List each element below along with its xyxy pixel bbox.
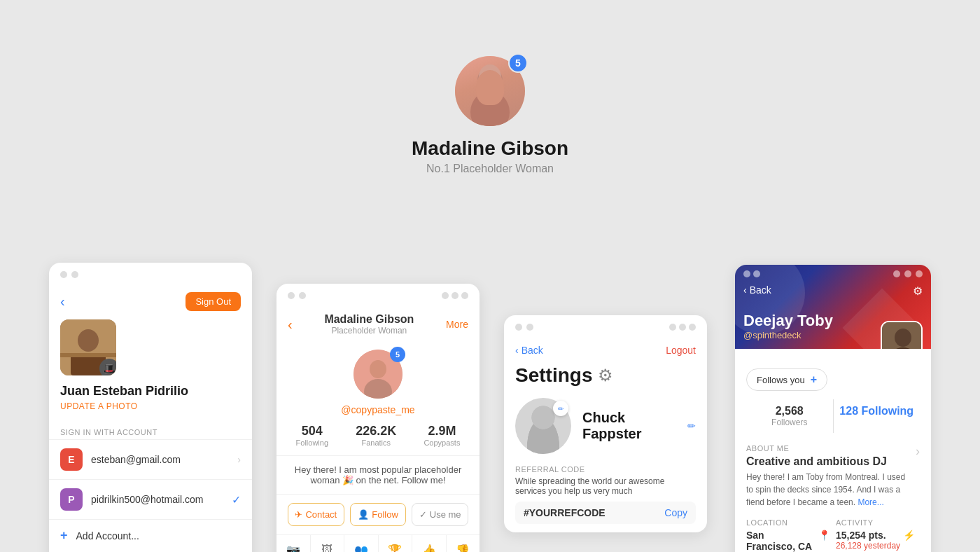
account-icon-p: P [60, 488, 83, 511]
dj-activity-label: ACTIVITY [836, 518, 920, 527]
location-pin-icon: 📍 [818, 530, 830, 541]
back-chevron-dj-icon: ‹ [743, 284, 747, 296]
dj-avatar-image [882, 322, 921, 349]
account-card: ‹ Sign Out 🎩 Juan Esteban Pidrilio UPDAT… [49, 263, 252, 552]
center-profile-subtitle: No.1 Placeholder Woman [426, 163, 554, 175]
dot-p2 [299, 292, 306, 299]
settings-card: ‹ Back Logout Settings ⚙ ✏ Chuck Fappste… [504, 315, 707, 532]
thumbsup-icon-btn[interactable]: 👍 [412, 535, 447, 552]
dj-location-name: San Francisco, CA [746, 530, 816, 552]
dj-stats: 2,568 Followers 128 Following [746, 399, 920, 433]
account-email-pidrilkin: pidrilkin500@hotmail.com [91, 494, 223, 505]
account-header: ‹ Sign Out [49, 287, 252, 319]
checkmark-icon: ✓ [232, 493, 241, 506]
edit-avatar-button[interactable]: ✏ [553, 401, 568, 416]
profile-back-button[interactable]: ‹ [288, 317, 293, 333]
profile-handle: @copypaste_me [276, 404, 479, 415]
dj-name: Deejay Toby [743, 312, 833, 330]
stat-fanatics: 226.2K Fanatics [356, 424, 396, 447]
svg-point-12 [895, 329, 911, 347]
edit-name-button[interactable]: ✏ [687, 420, 696, 432]
dj-gear-icon[interactable]: ⚙ [913, 285, 923, 297]
account-row-pidrilkin[interactable]: P pidrilkin500@hotmail.com ✓ [49, 479, 252, 519]
dj-handle: @spinthedeck [743, 330, 833, 340]
follow-person-icon: 👤 [358, 509, 369, 520]
dj-location-label: LOCATION [746, 518, 830, 527]
settings-dot-triple [669, 324, 696, 331]
dj-stat-following: 128 Following [834, 399, 920, 433]
dj-card: ‹ Back ⚙ Deejay Toby @spinthedeck ✏ Foll… [735, 265, 931, 552]
dj-activity-sub: 26,128 yesterday [836, 541, 900, 551]
dj-about-content: ABOUT ME Creative and ambitious DJ Hey t… [746, 444, 910, 510]
dj-activity-info: 15,254 pts. 26,128 yesterday [836, 530, 900, 551]
dot-p5 [461, 292, 468, 299]
svg-point-2 [479, 64, 501, 90]
follows-plus-icon: + [811, 373, 817, 386]
referral-code: #YOURREFCODE [524, 507, 606, 518]
follow-button[interactable]: 👤 Follow [350, 503, 407, 526]
sign-out-button[interactable]: Sign Out [186, 292, 241, 311]
dj-more-link[interactable]: More... [858, 497, 883, 507]
follows-you-button[interactable]: Follows you + [746, 368, 827, 391]
svg-rect-7 [60, 353, 116, 357]
use-me-button[interactable]: ✓ Use me [412, 503, 468, 526]
add-account-row[interactable]: + Add Account... [49, 519, 252, 551]
people-icon-btn[interactable]: 👥 [344, 535, 379, 552]
lightning-icon: ⚡ [903, 530, 915, 541]
center-avatar-wrap: 5 [455, 56, 525, 126]
dj-dot2 [753, 270, 760, 277]
dot-s5 [689, 324, 696, 331]
profile-name-section: Madaline Gibson Placeholder Woman [324, 313, 414, 336]
dj-topbar [735, 265, 931, 283]
dot-p1 [288, 292, 295, 299]
profile-more-button[interactable]: More [446, 319, 468, 330]
back-chevron-icon: ‹ [515, 345, 519, 356]
update-photo-link[interactable]: UPDATE A PHOTO [49, 401, 252, 422]
plus-icon: + [60, 528, 68, 543]
center-profile-name: Madaline Gibson [412, 137, 568, 160]
dj-dot5 [916, 270, 923, 277]
logout-button[interactable]: Logout [666, 345, 696, 356]
dj-followers-label: Followers [746, 418, 833, 427]
settings-back-button[interactable]: ‹ Back [515, 345, 543, 356]
profile-titlebar [276, 284, 479, 308]
camera-icon-btn[interactable]: 📷 [276, 535, 311, 552]
thumbsdown-icon-btn[interactable]: 👎 [447, 535, 480, 552]
trophy-icon-btn[interactable]: 🏆 [379, 535, 413, 552]
copy-button[interactable]: Copy [664, 507, 687, 518]
stat-following-num: 504 [296, 424, 328, 439]
svg-point-1 [470, 91, 510, 126]
referral-label: REFERRAL CODE [515, 465, 696, 474]
chevron-right-icon: › [237, 454, 241, 465]
dj-activity-pts: 15,254 pts. [836, 530, 900, 541]
settings-user-info: Chuck Fappster ✏ [582, 410, 696, 442]
gallery-icon-btn[interactable]: 🖼 [311, 535, 345, 552]
dj-top-right-dots [893, 270, 923, 277]
dj-stat-followers: 2,568 Followers [746, 399, 834, 433]
stat-following: 504 Following [296, 424, 328, 447]
dj-dot1 [743, 270, 750, 277]
stat-fanatics-num: 226.2K [356, 424, 396, 439]
account-back-button[interactable]: ‹ [60, 294, 65, 310]
dj-followers-num: 2,568 [746, 405, 833, 418]
checkmark-use-icon: ✓ [419, 509, 427, 520]
settings-title-row: Settings ⚙ [504, 364, 707, 398]
settings-titlebar [504, 315, 707, 339]
dj-header-background: ‹ Back ⚙ Deejay Toby @spinthedeck ✏ [735, 265, 931, 349]
dj-name-section: Deejay Toby @spinthedeck [743, 312, 833, 340]
profile-username: Madaline Gibson [324, 313, 414, 326]
account-icon-e: E [60, 448, 83, 471]
contact-button[interactable]: ✈ Contact [288, 503, 344, 526]
dj-back-button[interactable]: ‹ Back [743, 284, 875, 296]
follows-you-label: Follows you [757, 375, 805, 385]
settings-header: ‹ Back Logout [504, 339, 707, 364]
dj-gear-wrap: ⚙ [913, 284, 923, 298]
stat-copypasts: 2.9M Copypasts [424, 424, 460, 447]
stat-fanatics-label: Fanatics [356, 439, 396, 447]
settings-avatar-wrap: ✏ [515, 398, 571, 454]
dot-p4 [451, 292, 458, 299]
referral-section: REFERRAL CODE While spreading the world … [504, 465, 707, 532]
dot-s3 [669, 324, 676, 331]
account-row-esteban[interactable]: E esteban@gmail.com › [49, 439, 252, 479]
dj-about-title: Creative and ambitious DJ [746, 455, 910, 468]
